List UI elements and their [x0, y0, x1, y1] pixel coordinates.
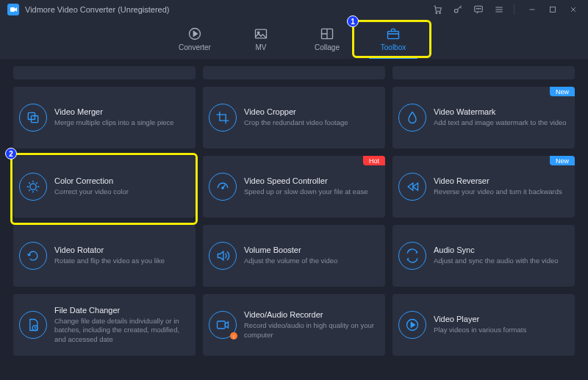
reverser-icon — [398, 173, 426, 201]
card-title: Video Cropper — [244, 107, 348, 116]
close-button[interactable] — [566, 2, 581, 17]
card-title: Video Reverser — [434, 176, 562, 185]
svg-point-18 — [222, 187, 223, 189]
card-video-rotator[interactable]: Video Rotator Rotate and flip the video … — [13, 225, 196, 287]
card-title: File Date Changer — [54, 306, 188, 315]
card-volume-booster[interactable]: Volume Booster Adjust the volume of the … — [203, 225, 385, 287]
card-desc: Change file date details individually or… — [54, 317, 188, 344]
card-title: Video/Audio Recorder — [244, 310, 378, 319]
card-video-merger[interactable]: Video Merger Merge multiple clips into a… — [13, 87, 196, 148]
card-title: Color Correction — [54, 176, 129, 185]
tab-label: MV — [256, 43, 267, 51]
card-desc: Add text and image watermark to the vide… — [434, 118, 567, 127]
svg-point-2 — [440, 12, 441, 14]
card-desc: Play videos in various formats — [434, 326, 526, 334]
svg-point-7 — [480, 8, 481, 9]
tab-label: Converter — [179, 43, 211, 51]
menu-icon[interactable] — [492, 2, 506, 17]
tab-converter[interactable]: Converter — [162, 19, 228, 59]
merger-icon — [19, 104, 47, 132]
card-title: Video Watermark — [434, 107, 567, 116]
card-title: Video Merger — [54, 107, 174, 116]
main-tabs: Converter MV Collage Toolbox 1 — [0, 19, 588, 59]
card-desc: Rotate and flip the video as you like — [54, 257, 165, 265]
color-icon — [19, 173, 47, 201]
card-desc: Record video/audio in high quality on yo… — [244, 321, 378, 340]
card-video-audio-recorder[interactable]: ↓ Video/Audio Recorder Record video/audi… — [203, 294, 385, 356]
maximize-button[interactable] — [545, 2, 560, 17]
annotation-badge-1: 1 — [347, 15, 359, 27]
card-color-correction[interactable]: Color Correction Correct your video colo… — [13, 156, 196, 218]
svg-point-1 — [436, 12, 437, 14]
svg-marker-10 — [193, 32, 197, 37]
annotation-badge-2: 2 — [5, 148, 17, 159]
card-stub[interactable] — [203, 66, 385, 79]
svg-rect-8 — [551, 7, 556, 12]
tab-toolbox[interactable]: Toolbox — [360, 19, 426, 59]
card-video-speed[interactable]: Hot Video Speed Controller Speed up or s… — [203, 156, 385, 218]
card-audio-sync[interactable]: Audio Sync Adjust and sync the audio wit… — [392, 225, 575, 287]
hot-badge: Hot — [363, 156, 385, 165]
card-desc: Adjust the volume of the video — [244, 257, 337, 265]
card-video-player[interactable]: Video Player Play videos in various form… — [392, 294, 575, 356]
feedback-icon[interactable] — [471, 2, 486, 17]
svg-point-6 — [478, 8, 479, 9]
card-desc: Crop the redundant video footage — [244, 118, 348, 127]
card-title: Volume Booster — [244, 245, 337, 254]
svg-marker-24 — [411, 323, 415, 328]
card-desc: Merge multiple clips into a single piece — [54, 118, 174, 127]
recorder-icon: ↓ — [209, 311, 237, 339]
svg-point-17 — [30, 184, 36, 190]
app-logo — [7, 4, 19, 15]
card-stub[interactable] — [13, 66, 196, 79]
tab-label: Collage — [315, 43, 340, 51]
card-file-date-changer[interactable]: File Date Changer Change file date detai… — [13, 294, 196, 356]
svg-point-5 — [476, 8, 477, 9]
new-badge: New — [550, 156, 575, 165]
card-desc: Adjust and sync the audio with the video — [434, 257, 559, 265]
svg-point-3 — [454, 9, 458, 12]
minimize-button[interactable] — [525, 2, 539, 17]
titlebar: Vidmore Video Converter (Unregistered) — [0, 0, 588, 19]
svg-rect-14 — [388, 32, 399, 39]
svg-marker-20 — [413, 183, 418, 190]
card-title: Video Rotator — [54, 245, 165, 254]
card-desc: Speed up or slow down your file at ease — [244, 187, 368, 196]
card-desc: Reverse your video and turn it backwards — [434, 187, 562, 196]
cart-icon[interactable] — [430, 2, 445, 17]
card-title: Video Player — [434, 315, 526, 323]
volume-icon — [209, 242, 237, 270]
filedate-icon — [19, 311, 47, 339]
card-video-reverser[interactable]: New Video Reverser Reverse your video an… — [392, 156, 575, 218]
key-icon[interactable] — [451, 2, 465, 17]
audiosync-icon — [398, 242, 426, 270]
speed-icon — [209, 173, 237, 201]
stub-row — [13, 66, 575, 79]
card-title: Video Speed Controller — [244, 176, 368, 185]
toolbox-grid: Video Merger Merge multiple clips into a… — [13, 87, 575, 356]
card-title: Audio Sync — [434, 245, 559, 254]
tab-mv[interactable]: MV — [228, 19, 294, 59]
card-stub[interactable] — [392, 66, 575, 79]
rotator-icon — [19, 242, 47, 270]
tab-label: Toolbox — [381, 43, 406, 51]
toolbox-grid-container: Video Merger Merge multiple clips into a… — [0, 59, 588, 380]
svg-rect-0 — [10, 7, 15, 12]
watermark-icon — [398, 104, 426, 132]
app-title: Vidmore Video Converter (Unregistered) — [25, 5, 169, 14]
card-video-watermark[interactable]: New Video Watermark Add text and image w… — [392, 87, 575, 148]
player-icon — [398, 311, 426, 339]
svg-rect-22 — [218, 321, 226, 329]
cropper-icon — [209, 104, 237, 132]
card-desc: Correct your video color — [54, 187, 129, 196]
new-badge: New — [550, 87, 575, 96]
card-video-cropper[interactable]: Video Cropper Crop the redundant video f… — [203, 87, 385, 148]
